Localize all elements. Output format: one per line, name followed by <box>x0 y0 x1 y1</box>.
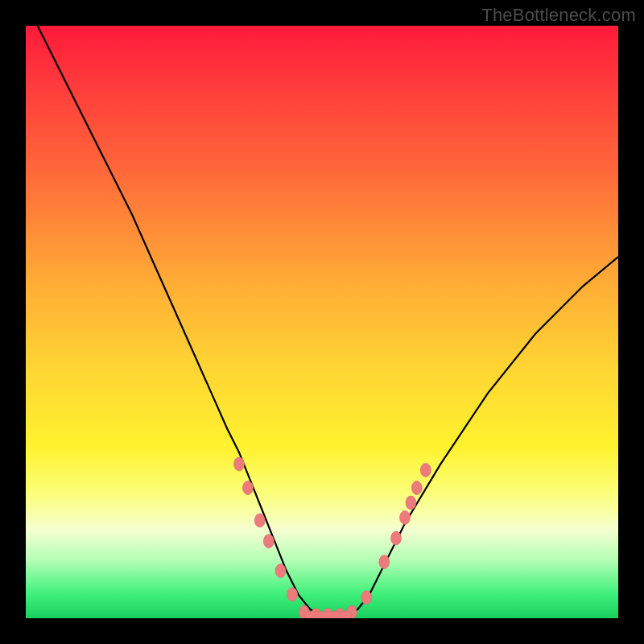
marker-point <box>263 535 274 548</box>
marker-point <box>243 481 254 495</box>
marker-point <box>391 531 402 545</box>
marker-point <box>254 514 265 527</box>
highlight-markers <box>234 457 431 618</box>
chart-frame: TheBottleneck.com <box>0 0 644 644</box>
chart-svg <box>26 26 618 618</box>
flat-bottom-bar <box>304 612 352 618</box>
marker-point <box>275 564 286 578</box>
marker-point <box>411 481 422 495</box>
marker-point <box>400 510 411 524</box>
marker-point <box>361 591 372 605</box>
marker-point <box>420 464 431 477</box>
marker-point <box>287 588 298 601</box>
marker-point <box>234 457 245 471</box>
bottleneck-curve <box>38 26 618 615</box>
watermark-text: TheBottleneck.com <box>481 5 636 26</box>
chart-plot-area <box>26 26 618 618</box>
marker-point <box>379 555 390 569</box>
marker-point <box>406 496 416 510</box>
